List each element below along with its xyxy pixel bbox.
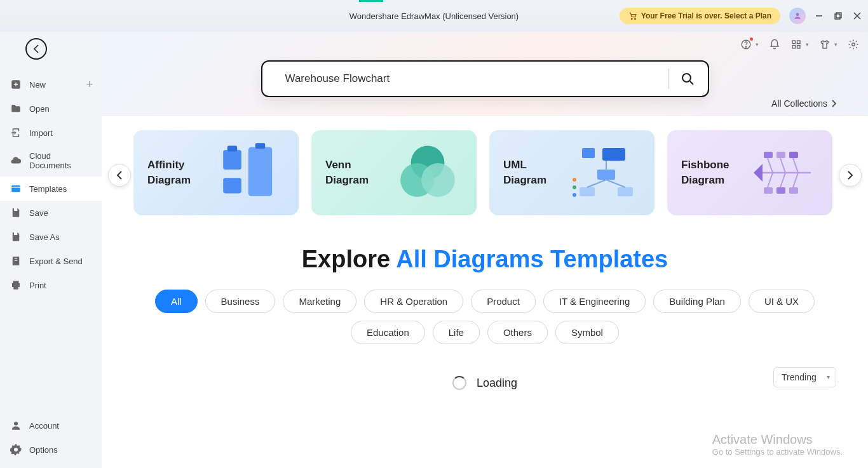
svg-rect-32: [618, 187, 633, 196]
chip-all[interactable]: All: [155, 290, 198, 313]
svg-point-36: [573, 178, 576, 182]
bell-icon[interactable]: [769, 39, 780, 50]
sidebar: New + Open Import Cloud Documents Templa…: [0, 32, 102, 468]
chevron-down-icon[interactable]: ▾: [756, 41, 759, 48]
back-button[interactable]: [25, 38, 47, 60]
svg-line-40: [768, 158, 773, 173]
folder-icon: [10, 103, 22, 114]
minimize-button[interactable]: [815, 11, 824, 20]
svg-rect-30: [597, 170, 615, 180]
close-button[interactable]: [853, 11, 862, 20]
add-icon[interactable]: +: [86, 78, 93, 91]
avatar[interactable]: [789, 8, 806, 24]
chip-business[interactable]: Business: [205, 290, 276, 313]
content-area: All Collections Affinity Diagram Venn Di…: [102, 32, 868, 468]
chip-product[interactable]: Product: [471, 290, 536, 313]
gear-icon[interactable]: [848, 39, 859, 50]
svg-point-0: [631, 18, 632, 20]
chip-life[interactable]: Life: [433, 321, 480, 344]
card-label: UML Diagram: [503, 157, 571, 188]
sidebar-item-open[interactable]: Open: [0, 97, 102, 121]
svg-line-34: [587, 180, 606, 187]
help-icon[interactable]: [740, 39, 752, 50]
spinner-icon: [452, 376, 466, 390]
sidebar-item-account[interactable]: Account: [0, 413, 102, 438]
all-collections-link[interactable]: All Collections: [771, 98, 836, 109]
trial-badge[interactable]: Your Free Trial is over. Select a Plan: [620, 8, 780, 24]
chip-others[interactable]: Others: [487, 321, 548, 344]
svg-rect-22: [223, 178, 241, 193]
card-label: Affinity Diagram: [147, 157, 215, 188]
svg-point-27: [421, 163, 455, 197]
svg-line-35: [606, 180, 625, 187]
sidebar-item-export[interactable]: Export & Send: [0, 249, 102, 273]
sidebar-item-label: Print: [29, 281, 46, 290]
carousel-next[interactable]: [839, 164, 862, 187]
sidebar-item-templates[interactable]: Templates: [0, 177, 102, 201]
chip-marketing[interactable]: Marketing: [283, 290, 356, 313]
svg-rect-16: [11, 185, 20, 192]
sidebar-item-cloud[interactable]: Cloud Documents: [0, 145, 102, 177]
sidebar-item-label: Cloud Documents: [29, 151, 92, 170]
search-icon: [680, 71, 695, 86]
affinity-illustration: [215, 144, 285, 201]
chevron-down-icon[interactable]: ▾: [806, 41, 809, 48]
maximize-button[interactable]: [834, 11, 843, 20]
save-icon: [10, 207, 22, 218]
template-card-fishbone[interactable]: Fishbone Diagram: [667, 130, 832, 215]
svg-rect-23: [227, 145, 237, 151]
chip-it[interactable]: IT & Engineering: [543, 290, 646, 313]
template-card-affinity[interactable]: Affinity Diagram: [133, 130, 299, 215]
save-as-icon: [10, 231, 22, 243]
windows-watermark: Activate Windows Go to Settings to activ…: [712, 432, 843, 457]
sidebar-item-options[interactable]: Options: [0, 438, 102, 462]
chip-uiux[interactable]: UI & UX: [749, 290, 815, 313]
svg-rect-47: [776, 152, 785, 158]
category-chips: All Business Marketing HR & Operation Pr…: [140, 290, 830, 344]
sidebar-item-new[interactable]: New +: [0, 72, 102, 97]
svg-point-14: [852, 43, 855, 46]
search-input[interactable]: [285, 72, 656, 85]
svg-rect-13: [797, 46, 801, 49]
card-label: Fishbone Diagram: [681, 157, 749, 188]
sidebar-item-label: Open: [29, 104, 50, 114]
svg-rect-51: [789, 187, 798, 194]
sidebar-item-label: New: [29, 80, 46, 90]
carousel-prev[interactable]: [108, 164, 131, 187]
chevron-down-icon[interactable]: ▾: [834, 41, 837, 48]
svg-rect-48: [789, 152, 798, 158]
template-card-uml[interactable]: UML Diagram: [489, 130, 654, 215]
svg-line-42: [793, 158, 798, 173]
svg-rect-29: [602, 148, 625, 161]
sidebar-item-save[interactable]: Save: [0, 201, 102, 225]
svg-line-19: [690, 81, 693, 84]
svg-point-2: [796, 13, 799, 16]
sidebar-item-import[interactable]: Import: [0, 121, 102, 145]
sidebar-item-print[interactable]: Print: [0, 273, 102, 297]
svg-rect-46: [764, 152, 773, 158]
divider: [668, 69, 668, 89]
explore-heading: Explore All Diagrams Templates: [102, 246, 868, 273]
sidebar-item-label: Templates: [29, 184, 67, 194]
chip-symbol[interactable]: Symbol: [555, 321, 619, 344]
print-icon: [10, 279, 22, 291]
loading-indicator: Loading: [102, 376, 868, 390]
svg-rect-49: [764, 187, 773, 194]
svg-rect-4: [835, 14, 840, 19]
svg-line-41: [780, 158, 785, 173]
chip-building[interactable]: Building Plan: [653, 290, 741, 313]
sidebar-item-label: Export & Send: [29, 257, 83, 266]
sidebar-item-saveas[interactable]: Save As: [0, 225, 102, 249]
sort-select[interactable]: Trending: [773, 367, 836, 387]
template-card-venn[interactable]: Venn Diagram: [311, 130, 477, 215]
chip-hr[interactable]: HR & Operation: [364, 290, 463, 313]
search-button[interactable]: [680, 71, 695, 86]
cart-icon: [628, 11, 637, 20]
svg-rect-5: [836, 13, 841, 18]
apps-icon[interactable]: [790, 39, 802, 50]
svg-point-37: [573, 185, 576, 189]
chip-education[interactable]: Education: [351, 321, 425, 344]
svg-rect-50: [776, 187, 785, 194]
shirt-icon[interactable]: [819, 39, 831, 50]
cloud-icon: [10, 155, 22, 166]
